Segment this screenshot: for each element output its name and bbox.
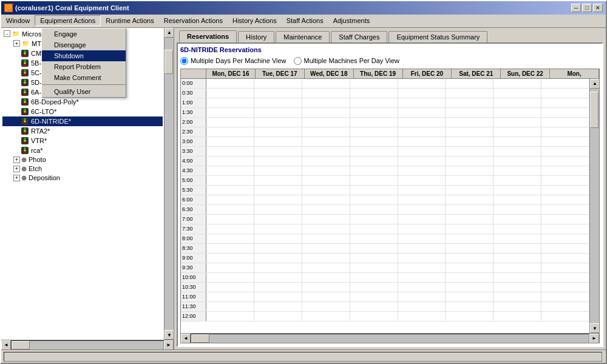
menu-item-staff-actions[interactable]: Staff Actions [282, 16, 328, 25]
day-cell[interactable] [398, 108, 446, 117]
day-cell[interactable] [398, 205, 446, 214]
day-cell[interactable] [541, 108, 589, 117]
day-cell[interactable] [254, 147, 302, 156]
day-cell[interactable] [302, 254, 350, 263]
day-cell[interactable] [446, 215, 493, 224]
day-cell[interactable] [206, 215, 254, 224]
day-cell[interactable] [350, 302, 398, 311]
day-cell[interactable] [493, 234, 541, 243]
cal-vscroll-up[interactable]: ▲ [590, 79, 599, 89]
calendar-scroll[interactable]: 0:000:301:001:302:002:303:003:304:004:30… [181, 79, 589, 333]
day-cell[interactable] [302, 224, 350, 234]
day-cell[interactable] [350, 127, 398, 136]
day-cell[interactable] [446, 157, 493, 166]
tree-node-rca[interactable]: rca* [2, 146, 163, 155]
day-cell[interactable] [254, 166, 302, 175]
day-cell[interactable] [398, 127, 446, 136]
day-cell[interactable] [206, 195, 254, 204]
minimize-button[interactable]: ─ [571, 4, 581, 12]
day-cell[interactable] [302, 283, 350, 292]
day-cell[interactable] [398, 195, 446, 204]
day-cell[interactable] [206, 147, 254, 156]
tree-node-rta2[interactable]: RTA2* [2, 126, 163, 136]
day-cell[interactable] [206, 302, 254, 311]
tab-equipment-status[interactable]: Equipment Status Summary [388, 31, 487, 42]
day-cell[interactable] [446, 273, 493, 282]
tree-node-etch[interactable]: + ⊕ Etch [2, 164, 163, 174]
day-cell[interactable] [206, 205, 254, 214]
day-cell[interactable] [254, 224, 302, 234]
day-cell[interactable] [446, 283, 493, 292]
day-cell[interactable] [350, 186, 398, 195]
vscroll-up-btn[interactable]: ▲ [164, 28, 174, 38]
day-cell[interactable] [206, 108, 254, 117]
day-cell[interactable] [398, 244, 446, 253]
day-cell[interactable] [398, 186, 446, 195]
menu-item-window[interactable]: Window [1, 16, 35, 25]
day-cell[interactable] [493, 166, 541, 175]
day-cell[interactable] [206, 224, 254, 234]
day-cell[interactable] [302, 186, 350, 195]
day-cell[interactable] [541, 147, 589, 156]
cal-vscroll-thumb[interactable] [590, 92, 599, 128]
day-cell[interactable] [493, 292, 541, 302]
day-cell[interactable] [541, 224, 589, 234]
expand-deposition[interactable]: + [13, 175, 20, 181]
day-cell[interactable] [398, 263, 446, 272]
radio-multi-machine[interactable]: Multiple Machines Per Day View [294, 57, 400, 65]
day-cell[interactable] [493, 254, 541, 263]
tab-staff-charges[interactable]: Staff Charges [331, 31, 387, 42]
day-cell[interactable] [350, 108, 398, 117]
day-cell[interactable] [493, 195, 541, 204]
hscroll-left-btn[interactable]: ◄ [1, 340, 11, 350]
day-cell[interactable] [398, 234, 446, 243]
day-cell[interactable] [302, 108, 350, 117]
dropdown-item-engage[interactable]: Engage [42, 29, 126, 39]
day-cell[interactable] [206, 186, 254, 195]
expand-microsystems[interactable]: - [4, 30, 10, 37]
day-cell[interactable] [206, 157, 254, 166]
day-cell[interactable] [446, 205, 493, 214]
day-cell[interactable] [541, 215, 589, 224]
day-cell[interactable] [446, 108, 493, 117]
day-cell[interactable] [541, 312, 589, 321]
day-cell[interactable] [493, 79, 541, 88]
day-cell[interactable] [206, 254, 254, 263]
tree-node-doped-poly[interactable]: 6B-Doped-Poly* [2, 97, 163, 107]
tab-maintenance[interactable]: Maintenance [276, 31, 330, 42]
day-cell[interactable] [541, 157, 589, 166]
day-cell[interactable] [302, 302, 350, 311]
day-cell[interactable] [541, 166, 589, 175]
cal-vscroll-down[interactable]: ▼ [590, 323, 599, 333]
cal-hscroll-right[interactable]: ► [589, 334, 599, 343]
day-cell[interactable] [541, 205, 589, 214]
day-cell[interactable] [206, 312, 254, 321]
day-cell[interactable] [541, 283, 589, 292]
menu-item-reservation-actions[interactable]: Reservation Actions [159, 16, 228, 25]
day-cell[interactable] [350, 118, 398, 127]
day-cell[interactable] [350, 79, 398, 88]
day-cell[interactable] [302, 195, 350, 204]
day-cell[interactable] [302, 137, 350, 146]
day-cell[interactable] [398, 273, 446, 282]
day-cell[interactable] [446, 254, 493, 263]
day-cell[interactable] [446, 234, 493, 243]
day-cell[interactable] [350, 137, 398, 146]
day-cell[interactable] [254, 273, 302, 282]
day-cell[interactable] [302, 263, 350, 272]
expand-photo[interactable]: + [13, 157, 20, 163]
day-cell[interactable] [398, 215, 446, 224]
day-cell[interactable] [493, 244, 541, 253]
day-cell[interactable] [206, 127, 254, 136]
day-cell[interactable] [493, 176, 541, 185]
tree-node-deposition[interactable]: + ⊕ Deposition [2, 174, 163, 183]
day-cell[interactable] [446, 292, 493, 302]
cal-hscroll-left[interactable]: ◄ [181, 334, 191, 343]
day-cell[interactable] [398, 166, 446, 175]
day-cell[interactable] [350, 176, 398, 185]
day-cell[interactable] [446, 127, 493, 136]
day-cell[interactable] [493, 147, 541, 156]
day-cell[interactable] [398, 176, 446, 185]
day-cell[interactable] [541, 273, 589, 282]
day-cell[interactable] [206, 118, 254, 127]
